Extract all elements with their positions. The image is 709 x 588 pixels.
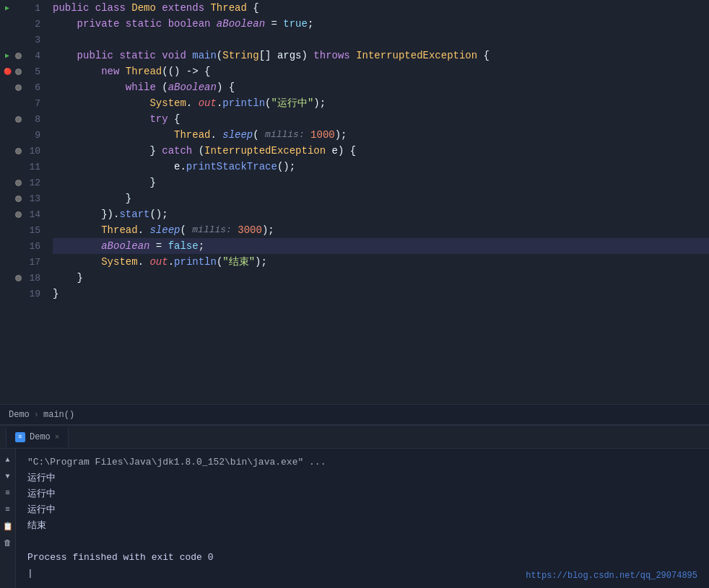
code-line-16: aBoolean = false; <box>53 238 709 254</box>
gutter-row-5: 🔴 5 <box>0 63 47 79</box>
gutter-row-14: 14 <box>0 206 47 222</box>
breadcrumb-bar: Demo › main() <box>0 404 709 424</box>
console-exit-line: Process finished with exit code 0 <box>27 550 697 566</box>
code-line-7: System. out.println("运行中"); <box>53 95 709 111</box>
code-line-6: while (aBoolean) { <box>53 79 709 95</box>
breakpoint-6[interactable] <box>13 84 23 91</box>
gutter-row-4: ▶ 4 <box>0 48 47 63</box>
gutter-row-19: 19 <box>0 286 47 302</box>
run-icon-7 <box>1 97 13 109</box>
gutter: ▶ 1 2 3 ▶ <box>0 0 47 404</box>
line-num-14: 14 <box>23 209 43 220</box>
run-icon-9 <box>1 129 13 141</box>
breakpoint-13[interactable] <box>13 196 23 202</box>
scroll-down-button[interactable]: ▼ <box>1 470 14 483</box>
breakpoint-14[interactable] <box>13 211 23 218</box>
console-url[interactable]: https://blog.csdn.net/qq_29074895 <box>526 571 697 581</box>
filter-button[interactable]: ≡ <box>1 486 14 499</box>
line-num-1: 1 <box>23 3 43 14</box>
code-line-3 <box>53 32 709 48</box>
code-line-4: public static void main(String[] args) t… <box>53 48 709 63</box>
code-line-15: Thread. sleep( millis: 3000); <box>53 222 709 238</box>
run-icon-12 <box>1 177 13 188</box>
code-line-18: } <box>53 270 709 286</box>
breadcrumb-sep: › <box>34 410 39 420</box>
line-num-10: 10 <box>23 146 43 157</box>
breakpoint-4[interactable] <box>13 53 23 59</box>
run-icon-19 <box>1 288 13 299</box>
line-num-7: 7 <box>23 98 43 109</box>
run-icon-15 <box>1 224 13 236</box>
gutter-row-13: 13 <box>0 190 47 206</box>
run-icon-1[interactable]: ▶ <box>1 2 13 14</box>
line-num-4: 4 <box>23 51 43 61</box>
run-icon-2 <box>1 18 13 30</box>
code-line-9: Thread. sleep( millis: 1000); <box>53 127 709 143</box>
breakpoint-18[interactable] <box>13 275 23 281</box>
line-num-13: 13 <box>23 193 43 204</box>
code-line-11: e.printStackTrace(); <box>53 159 709 175</box>
gutter-row-12: 12 <box>0 175 47 190</box>
console-area: ≡ Demo × ▲ ▼ ≡ ≡ 📋 🗑 "C:\Program Files\J… <box>0 424 709 588</box>
line-num-12: 12 <box>23 177 43 188</box>
code-line-19: } <box>53 286 709 302</box>
breakpoint-5[interactable] <box>13 69 23 75</box>
gutter-row-11: 11 <box>0 159 47 175</box>
breakpoint-12[interactable] <box>13 180 23 186</box>
code-container: ▶ 1 2 3 ▶ <box>0 0 709 404</box>
console-output-line-3: 运行中 <box>27 502 697 518</box>
gutter-row-17: 17 <box>0 254 47 270</box>
console-output-line-1: 运行中 <box>27 470 697 486</box>
line-num-18: 18 <box>23 273 43 284</box>
code-line-12: } <box>53 175 709 190</box>
gutter-row-8: 8 <box>0 111 47 127</box>
console-side-buttons: ▲ ▼ ≡ ≡ 📋 🗑 <box>0 449 16 588</box>
line-num-8: 8 <box>23 114 43 125</box>
clear-button[interactable]: 🗑 <box>1 536 14 549</box>
console-output: "C:\Program Files\Java\jdk1.8.0_152\bin\… <box>16 449 709 588</box>
console-tab-close[interactable]: × <box>55 433 60 442</box>
gutter-row-1: ▶ 1 <box>0 0 47 16</box>
console-output-line-4: 结束 <box>27 518 697 534</box>
run-icon-16 <box>1 240 13 252</box>
copy-button[interactable]: 📋 <box>1 519 14 532</box>
console-tab-icon: ≡ <box>15 432 25 442</box>
gutter-row-9: 9 <box>0 127 47 143</box>
console-tab-demo[interactable]: ≡ Demo × <box>6 427 69 447</box>
breadcrumb-class[interactable]: Demo <box>9 410 30 420</box>
line-num-19: 19 <box>23 289 43 299</box>
scroll-up-button[interactable]: ▲ <box>1 453 14 466</box>
line-num-3: 3 <box>23 35 43 45</box>
run-icon-5[interactable]: 🔴 <box>1 66 13 77</box>
code-line-1: public class Demo extends Thread { <box>53 0 709 16</box>
run-icon-13 <box>1 193 13 204</box>
gutter-row-2: 2 <box>0 16 47 32</box>
code-line-14: }).start(); <box>53 206 709 222</box>
run-icon-14 <box>1 209 13 220</box>
code-line-13: } <box>53 190 709 206</box>
run-icon-4[interactable]: ▶ <box>1 50 13 61</box>
line-num-5: 5 <box>23 66 43 77</box>
line-num-17: 17 <box>23 257 43 268</box>
gutter-row-16: 16 <box>0 238 47 254</box>
code-line-10: } catch (InterruptedException e) { <box>53 143 709 159</box>
run-icon-8 <box>1 113 13 125</box>
run-icon-17 <box>1 256 13 268</box>
gutter-row-6: 6 <box>0 79 47 95</box>
code-line-8: try { <box>53 111 709 127</box>
breakpoint-8[interactable] <box>13 116 23 123</box>
line-num-6: 6 <box>23 82 43 93</box>
line-num-16: 16 <box>23 241 43 252</box>
console-tabs: ≡ Demo × <box>0 426 709 449</box>
breakpoint-10[interactable] <box>13 148 23 154</box>
console-tab-label: Demo <box>30 432 51 442</box>
code-content[interactable]: public class Demo extends Thread { priva… <box>47 0 709 404</box>
wrap-button[interactable]: ≡ <box>1 503 14 516</box>
code-line-2: private static boolean aBoolean = true; <box>53 16 709 32</box>
console-output-line-2: 运行中 <box>27 486 697 502</box>
console-cmd-line: "C:\Program Files\Java\jdk1.8.0_152\bin\… <box>27 455 697 470</box>
run-icon-10 <box>1 145 13 157</box>
breadcrumb-method[interactable]: main() <box>43 410 74 420</box>
line-num-11: 11 <box>23 162 43 172</box>
run-icon-3 <box>1 34 13 45</box>
